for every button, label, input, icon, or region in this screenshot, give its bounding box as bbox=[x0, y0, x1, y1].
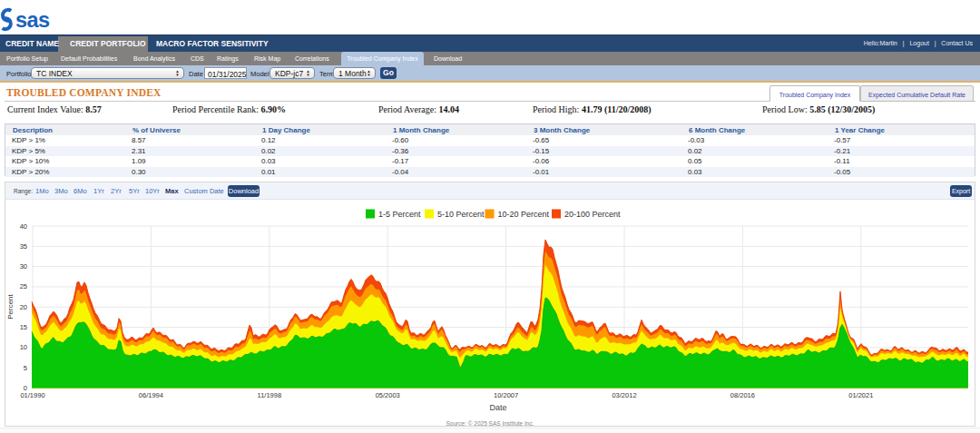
svg-text:1-5 Percent: 1-5 Percent bbox=[378, 210, 421, 219]
svg-text:Source: © 2025 SAS Institute I: Source: © 2025 SAS Institute Inc. bbox=[446, 420, 534, 427]
svg-text:10/2007: 10/2007 bbox=[494, 391, 518, 399]
svg-text:10-20 Percent: 10-20 Percent bbox=[498, 210, 550, 219]
svg-text:5: 5 bbox=[24, 364, 27, 372]
svg-text:40: 40 bbox=[20, 222, 27, 231]
svg-text:Date: Date bbox=[489, 403, 506, 412]
svg-text:30: 30 bbox=[20, 262, 27, 271]
svg-text:15: 15 bbox=[20, 323, 27, 331]
svg-text:10: 10 bbox=[20, 343, 27, 351]
svg-text:11/1998: 11/1998 bbox=[258, 391, 282, 399]
svg-text:01/1990: 01/1990 bbox=[20, 391, 44, 399]
svg-text:20-100 Percent: 20-100 Percent bbox=[564, 210, 621, 219]
svg-text:35: 35 bbox=[20, 242, 27, 251]
svg-text:01/2021: 01/2021 bbox=[848, 391, 873, 399]
svg-text:5-10 Percent: 5-10 Percent bbox=[437, 210, 485, 219]
svg-text:08/2016: 08/2016 bbox=[730, 391, 755, 399]
svg-text:06/1994: 06/1994 bbox=[139, 391, 163, 399]
svg-text:05/2003: 05/2003 bbox=[376, 391, 400, 399]
svg-text:Percent: Percent bbox=[6, 293, 15, 319]
svg-text:sas: sas bbox=[15, 8, 50, 32]
svg-text:20: 20 bbox=[20, 303, 27, 311]
svg-text:25: 25 bbox=[20, 282, 27, 290]
svg-text:03/2012: 03/2012 bbox=[612, 391, 636, 399]
